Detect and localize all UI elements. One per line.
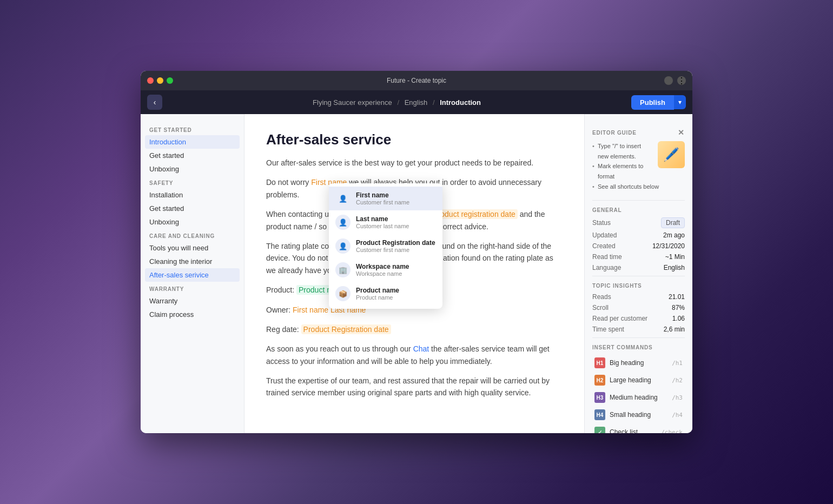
sidebar: GET STARTED Introduction Get started Unb… (141, 114, 244, 433)
dropdown-item-first-name[interactable]: 👤 First name Customer first name (329, 187, 442, 210)
cmd-label-small-heading: Small heading (610, 411, 651, 419)
close-button[interactable] (147, 77, 154, 84)
sidebar-item-installation[interactable]: Installation (141, 188, 244, 202)
first-name-highlight-2: First name (293, 306, 328, 314)
read-time-row: Read time ~1 Min (592, 253, 685, 261)
created-row: Created 12/31/2020 (592, 242, 685, 250)
general-title: GENERAL (592, 207, 685, 213)
cmd-icon-check: ✓ (594, 427, 605, 433)
window-title: Future - Create topic (387, 77, 446, 84)
sidebar-item-claim[interactable]: Claim process (141, 308, 244, 321)
rpc-row: Read per customer 1.06 (592, 315, 685, 322)
dropdown-item-product-name[interactable]: 📦 Product name Product name (329, 282, 442, 306)
divider-3 (592, 337, 685, 338)
breadcrumb-part2[interactable]: English (405, 98, 428, 107)
product-reg-date-highlight: Product registration date (431, 209, 518, 219)
sidebar-item-cleaning[interactable]: Cleaning the interior (141, 255, 244, 268)
dropdown-item-reg-date[interactable]: 👤 Product Registration date Customer fir… (329, 234, 442, 258)
right-panel: EDITOR GUIDE ✕ 🖊️ Type "/" to insert new… (584, 114, 692, 433)
para2-pre: Do not worry (266, 178, 311, 187)
sidebar-item-get-started-2[interactable]: Get started (141, 202, 244, 215)
sidebar-section-warranty: WARRANTY (141, 282, 244, 294)
cmd-icon-h2: H2 (594, 375, 605, 386)
dropdown-item-sublabel-reg-date: Customer first name (356, 247, 435, 253)
status-row: Status Draft (592, 217, 685, 228)
updated-value: 2m ago (663, 231, 685, 239)
back-button[interactable]: ‹ (147, 95, 162, 110)
language-row: Language English (592, 264, 685, 271)
updated-label: Updated (592, 231, 617, 239)
cmd-row-medium-heading[interactable]: H3 Medium heading /h3 (592, 389, 685, 406)
cmd-shortcut-h1: /h1 (672, 360, 683, 367)
nav-bar: ‹ Flying Saucer experience / English / I… (141, 90, 692, 114)
dropdown-item-sublabel-workspace: Workspace name (356, 270, 409, 277)
list-product-pre: Product: (266, 286, 296, 294)
more-icon[interactable]: ⋮ (677, 76, 686, 85)
read-time-value: ~1 Min (665, 253, 685, 261)
time-spent-label: Time spent (592, 326, 624, 333)
sidebar-section-get-started: GET STARTED (141, 123, 244, 135)
cmd-shortcut-check: /check (661, 429, 683, 433)
sidebar-item-introduction[interactable]: Introduction (145, 135, 240, 149)
sidebar-item-warranty[interactable]: Warranty (141, 294, 244, 308)
dropdown-item-sublabel-product-name: Product name (356, 294, 399, 301)
breadcrumb-part1[interactable]: Flying Saucer experience (313, 98, 392, 107)
dropdown-item-sublabel-first-name: Customer first name (356, 199, 409, 205)
insert-commands-title: INSERT COMMANDS (592, 344, 685, 350)
cmd-icon-h4: H4 (594, 409, 605, 420)
cmd-row-check-list[interactable]: ✓ Check list /check (592, 424, 685, 433)
tip-3: See all shortcuts below (592, 182, 685, 192)
list-reg: Reg date: Product Registration date (266, 323, 563, 335)
cmd-shortcut-h4: /h4 (672, 412, 683, 419)
rpc-label: Read per customer (592, 315, 647, 322)
cmd-label-medium-heading: Medium heading (610, 394, 658, 401)
dropdown-item-workspace[interactable]: 🏢 Workspace name Workspace name (329, 258, 442, 282)
last-name-icon: 👤 (335, 215, 351, 230)
publish-button[interactable]: Publish (631, 95, 674, 110)
scroll-value: 87% (672, 304, 685, 311)
traffic-lights (147, 77, 173, 84)
sidebar-section-care: CARE AND CLEANING (141, 229, 244, 241)
sidebar-item-unboxing-2[interactable]: Unboxing (141, 215, 244, 229)
insights-title: TOPIC INSIGHTS (592, 283, 685, 289)
cmd-shortcut-h2: /h2 (672, 377, 683, 384)
time-spent-row: Time spent 2,6 min (592, 326, 685, 333)
chat-link[interactable]: Chat (413, 344, 429, 353)
sidebar-section-safety: SAFETY (141, 176, 244, 188)
breadcrumb-sep1: / (397, 98, 399, 107)
scroll-label: Scroll (592, 304, 609, 311)
editor-guide-title: EDITOR GUIDE ✕ (592, 128, 685, 137)
cmd-row-small-heading[interactable]: H4 Small heading /h4 (592, 407, 685, 423)
sidebar-item-unboxing-1[interactable]: Unboxing (141, 162, 244, 176)
para5-pre: As soon as you reach out to us through o… (266, 344, 413, 353)
variable-dropdown: 👤 First name Customer first name 👤 Last … (329, 183, 442, 309)
sidebar-item-after-sales[interactable]: After-sales serivice (145, 268, 240, 282)
reads-value: 21.01 (669, 293, 685, 301)
dropdown-item-label-reg-date: Product Registration date (356, 239, 435, 247)
dropdown-item-last-name[interactable]: 👤 Last name Customer last name (329, 210, 442, 234)
updated-row: Updated 2m ago (592, 231, 685, 239)
sidebar-item-tools[interactable]: Tools you will need (141, 241, 244, 255)
cmd-row-big-heading[interactable]: H1 Big heading /h1 (592, 355, 685, 371)
breadcrumb-part3[interactable]: Introduction (440, 98, 481, 107)
sidebar-item-get-started-1[interactable]: Get started (141, 149, 244, 162)
minimize-button[interactable] (157, 77, 163, 84)
product-reg-date-highlight-2: Product Registration date (301, 324, 391, 334)
product-name-icon: 📦 (335, 286, 351, 301)
editor-guide-close[interactable]: ✕ (678, 128, 685, 137)
language-value: English (664, 264, 685, 271)
dropdown-item-sublabel-last-name: Customer last name (356, 223, 409, 229)
cmd-label-large-heading: Large heading (610, 376, 651, 384)
cmd-icon-h1: H1 (594, 357, 605, 368)
publish-button-group: Publish ▾ (631, 95, 686, 110)
reads-row: Reads 21.01 (592, 293, 685, 301)
publish-dropdown-button[interactable]: ▾ (674, 95, 686, 109)
content-area: After-sales service Our after-sales serv… (244, 114, 584, 433)
dropdown-item-label-first-name: First name (356, 191, 409, 199)
time-spent-value: 2,6 min (664, 326, 685, 333)
read-time-label: Read time (592, 253, 622, 261)
cmd-icon-h3: H3 (594, 392, 605, 403)
cmd-row-large-heading[interactable]: H2 Large heading /h2 (592, 372, 685, 388)
fullscreen-button[interactable] (167, 77, 173, 84)
user-icon[interactable] (664, 76, 673, 85)
